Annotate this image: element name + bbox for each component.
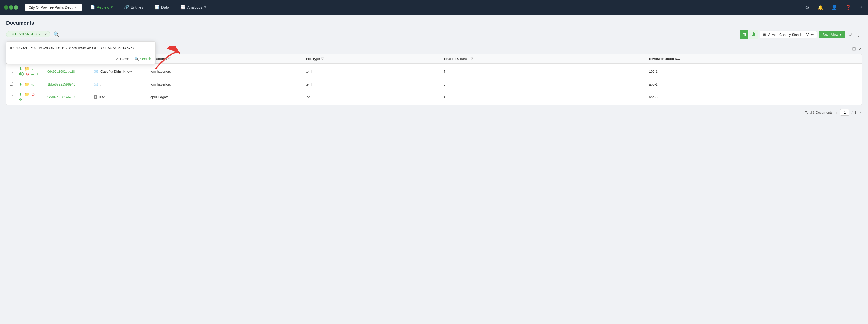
grid-view-icon[interactable]: ⊞ <box>852 46 856 52</box>
infinity-icon[interactable]: ∞ <box>31 72 34 76</box>
txt-icon: T <box>94 95 97 99</box>
fork-icon[interactable]: ⑂ <box>31 67 34 71</box>
th-filetype: File Type ▽ <box>303 54 440 64</box>
th-pii: Total PII Count ↑ ▽ <box>440 54 646 64</box>
page-title: Documents <box>6 20 34 26</box>
analytics-icon: 📈 <box>181 5 185 9</box>
row-actions: ⬇ 📁 ⑂ R ⊙ ∞ ✛ <box>19 66 41 76</box>
row-actions-bottom: R ⊙ ∞ ✛ <box>19 72 41 76</box>
doc-name-cell[interactable]: ✉️ 'Case Ya Didn't Know <box>91 64 147 79</box>
doc-id: 0dc92d2602ebc28 <box>48 69 75 73</box>
search-tag[interactable]: ID:0DC92D2602EBC2... ✕ <box>6 31 50 37</box>
next-page-button[interactable]: › <box>859 110 862 116</box>
row-actions-top: ⬇ 📁 ∞ <box>19 82 41 87</box>
notification-icon[interactable]: 🔔 <box>816 3 825 12</box>
custodian-filter-icon[interactable]: ▽ <box>168 57 170 61</box>
logo-circles <box>4 5 18 9</box>
infinity-icon[interactable]: ∞ <box>31 82 34 87</box>
page-separator: / <box>851 110 852 115</box>
user-icon[interactable]: 👤 <box>830 3 839 12</box>
filetype-cell: .txt <box>303 89 440 105</box>
search-popup: ✕ Close 🔍 Search <box>6 41 156 64</box>
pii-cell: 0 <box>440 79 646 89</box>
pii-cell: 4 <box>440 89 646 105</box>
custodian-value: tom haverford <box>150 83 171 86</box>
folder-icon[interactable]: 📁 <box>25 82 29 87</box>
alert-icon[interactable]: ⊙ <box>31 92 35 97</box>
download-icon[interactable]: ⬇ <box>19 92 23 97</box>
r-badge-icon[interactable]: R <box>19 72 24 76</box>
search-popup-trigger[interactable]: 🔍 <box>52 30 61 38</box>
download-icon[interactable]: ⬇ <box>19 66 23 71</box>
row-checkbox[interactable] <box>9 82 13 86</box>
batch-cell: 100-1 <box>646 64 862 79</box>
email-icon: ✉️ <box>94 69 98 73</box>
save-view-button[interactable]: Save View ▾ <box>819 31 845 38</box>
batch-value: 100-1 <box>649 69 657 73</box>
nav-entities[interactable]: 🔗 Entities <box>121 3 146 12</box>
main-content: Documents ID:0DC92D2602EBC2... ✕ 🔍 ✕ <box>0 15 868 324</box>
row-actions: ⬇ 📁 ∞ <box>19 82 41 87</box>
search-popup-close-button[interactable]: ✕ Close <box>116 57 129 61</box>
chevron-down-icon: ▾ <box>74 6 76 9</box>
pii-sort-asc-icon[interactable]: ↑ <box>468 57 469 61</box>
plus-icon[interactable]: ✛ <box>36 72 39 76</box>
more-options-icon[interactable]: ⋮ <box>855 31 862 38</box>
search-input[interactable] <box>6 42 155 54</box>
chevron-down-icon: ▾ <box>840 33 842 37</box>
plus-icon[interactable]: ✛ <box>19 97 23 102</box>
folder-icon[interactable]: 📁 <box>25 92 29 97</box>
pii-value: 4 <box>443 95 445 99</box>
views-dropdown[interactable]: ⊞ Views - Canopy Standard View <box>760 31 817 38</box>
row-checkbox-cell[interactable] <box>6 89 16 105</box>
alert-icon[interactable]: ⊙ <box>26 72 29 76</box>
total-documents-label: Total 3 Documents <box>805 110 833 115</box>
row-checkbox-cell[interactable] <box>6 64 16 79</box>
prev-page-button[interactable]: ‹ <box>835 110 838 116</box>
table-view-button[interactable]: ⊞ <box>740 30 748 39</box>
external-link-icon[interactable]: ↗ <box>858 46 862 52</box>
chevron-down-icon: ▾ <box>111 5 113 9</box>
page-number-input[interactable] <box>840 109 849 116</box>
image-view-button[interactable]: 🖼 <box>749 30 758 39</box>
filetype-cell: .eml <box>303 79 440 89</box>
org-selector[interactable]: City Of Pawnee Parks Dept ▾ <box>25 4 82 11</box>
view-toggle-group: ⊞ 🖼 <box>740 30 758 39</box>
views-icon: ⊞ <box>763 33 766 37</box>
filetype-value: .eml <box>306 83 312 86</box>
doc-id-cell[interactable]: 1bbe87291598946 <box>44 79 91 89</box>
doc-name-cell[interactable]: ✉️ . <box>91 79 147 89</box>
pii-filter-icon[interactable]: ▽ <box>471 57 473 61</box>
row-actions-top: ⬇ 📁 ⑂ <box>19 66 41 71</box>
doc-id: 1bbe87291598946 <box>48 83 75 86</box>
row-checkbox[interactable] <box>9 95 13 98</box>
search-icon: 🔍 <box>134 57 139 61</box>
filter-icon[interactable]: ▽ <box>847 31 853 38</box>
nav-review[interactable]: 📄 Review ▾ <box>87 3 116 12</box>
row-actions: ⬇ 📁 ⊙ ✛ <box>19 92 41 102</box>
doc-id-cell[interactable]: 0dc92d2602ebc28 <box>44 64 91 79</box>
expand-icon[interactable]: ↗ <box>858 4 864 11</box>
settings-icon[interactable]: ⚙ <box>804 3 811 12</box>
help-icon[interactable]: ❓ <box>844 3 852 12</box>
download-icon[interactable]: ⬇ <box>19 82 23 87</box>
nav-data[interactable]: 📊 Data <box>151 3 172 12</box>
nav-analytics[interactable]: 📈 Analytics ▾ <box>178 3 209 12</box>
row-checkbox[interactable] <box>9 69 13 73</box>
close-icon: ✕ <box>116 57 119 61</box>
doc-name-cell[interactable]: T 0.txt <box>91 89 147 105</box>
doc-id-cell[interactable]: 9ea07a258146767 <box>44 89 91 105</box>
search-popup-search-button[interactable]: 🔍 Search <box>134 57 151 61</box>
custodian-value: tom haverford <box>150 69 171 73</box>
pii-cell: 7 <box>440 64 646 79</box>
row-actions-cell: ⬇ 📁 ∞ <box>16 79 44 89</box>
table-row: ⬇ 📁 ∞ 1bbe87291598946 ✉️ . <box>6 79 862 89</box>
documents-header: Documents <box>6 20 862 26</box>
folder-icon[interactable]: 📁 <box>25 66 29 71</box>
page-total: 1 <box>854 110 856 115</box>
row-checkbox-cell[interactable] <box>6 79 16 89</box>
filetype-filter-icon[interactable]: ▽ <box>321 57 323 61</box>
search-tag-close-icon[interactable]: ✕ <box>44 32 47 36</box>
app-logo <box>4 5 18 9</box>
batch-cell: abd-1 <box>646 79 862 89</box>
